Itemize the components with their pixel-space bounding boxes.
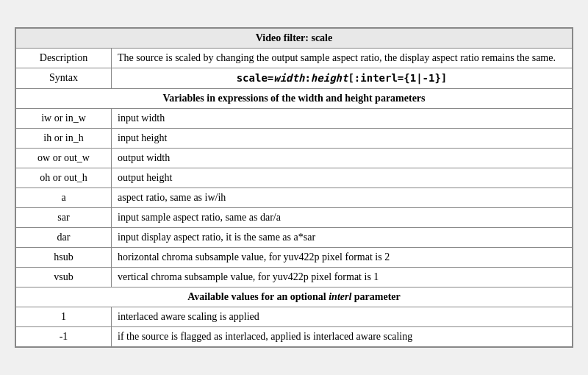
interl-section-label: Available values for an optional interl … <box>16 288 573 307</box>
list-item: ow or out_w output width <box>16 149 573 168</box>
var-value: input display aspect ratio, it is the sa… <box>112 228 573 248</box>
table-title: Video filter: scale <box>16 29 573 49</box>
interl-key: 1 <box>16 307 112 327</box>
var-key: ih or in_h <box>16 129 112 149</box>
title-row: Video filter: scale <box>16 29 573 49</box>
interl-key: -1 <box>16 327 112 347</box>
var-key: ow or out_w <box>16 149 112 168</box>
main-table-container: Video filter: scale Description The sour… <box>15 27 573 348</box>
var-key: hsub <box>16 248 112 268</box>
interl-value: interlaced aware scaling is applied <box>112 307 573 327</box>
syntax-code: scale=width:height[:interl={1|-1}] <box>237 72 448 84</box>
list-item: oh or out_h output height <box>16 168 573 188</box>
var-key: vsub <box>16 268 112 288</box>
description-label: Description <box>16 49 112 68</box>
var-value: output height <box>112 168 573 188</box>
var-value: vertical chroma subsample value, for yuv… <box>112 268 573 288</box>
list-item: dar input display aspect ratio, it is th… <box>16 228 573 248</box>
var-value: input sample aspect ratio, same as dar/a <box>112 208 573 228</box>
list-item: ih or in_h input height <box>16 129 573 149</box>
description-row: Description The source is scaled by chan… <box>16 49 573 68</box>
variables-section-row: Variables in expressions of the width an… <box>16 89 573 109</box>
list-item: a aspect ratio, same as iw/ih <box>16 188 573 208</box>
syntax-row: Syntax scale=width:height[:interl={1|-1}… <box>16 68 573 89</box>
var-key: sar <box>16 208 112 228</box>
list-item: iw or in_w input width <box>16 109 573 129</box>
interl-section-row: Available values for an optional interl … <box>16 288 573 307</box>
var-value: horizontal chroma subsample value, for y… <box>112 248 573 268</box>
var-value: output width <box>112 149 573 168</box>
interl-value: if the source is flagged as interlaced, … <box>112 327 573 347</box>
list-item: sar input sample aspect ratio, same as d… <box>16 208 573 228</box>
var-value: input width <box>112 109 573 129</box>
list-item: vsub vertical chroma subsample value, fo… <box>16 268 573 288</box>
list-item: 1 interlaced aware scaling is applied <box>16 307 573 327</box>
var-value: aspect ratio, same as iw/ih <box>112 188 573 208</box>
var-key: iw or in_w <box>16 109 112 129</box>
syntax-value: scale=width:height[:interl={1|-1}] <box>112 68 573 89</box>
syntax-label: Syntax <box>16 68 112 89</box>
list-item: -1 if the source is flagged as interlace… <box>16 327 573 347</box>
video-filter-table: Video filter: scale Description The sour… <box>15 28 573 347</box>
list-item: hsub horizontal chroma subsample value, … <box>16 248 573 268</box>
var-key: dar <box>16 228 112 248</box>
var-key: a <box>16 188 112 208</box>
var-key: oh or out_h <box>16 168 112 188</box>
description-value: The source is scaled by changing the out… <box>112 49 573 68</box>
variables-section-label: Variables in expressions of the width an… <box>16 89 573 109</box>
var-value: input height <box>112 129 573 149</box>
